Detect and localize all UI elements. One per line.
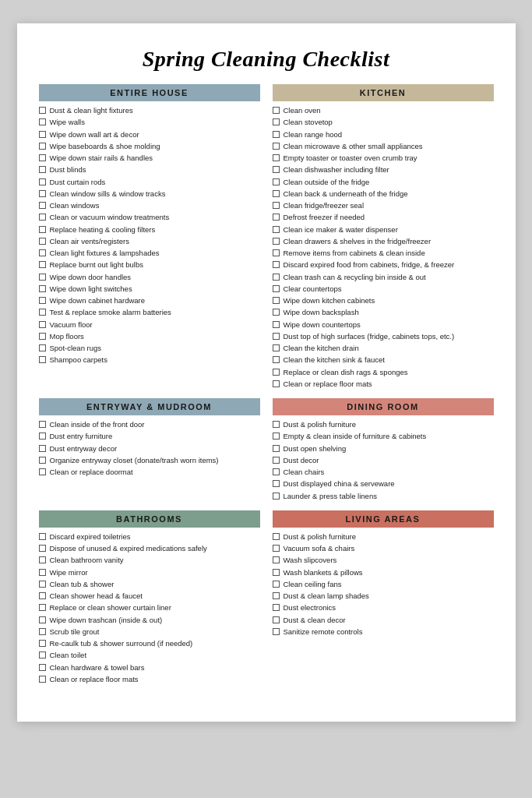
checkbox[interactable] <box>273 545 280 552</box>
checkbox[interactable] <box>39 356 46 363</box>
checkbox[interactable] <box>273 356 280 363</box>
checkbox[interactable] <box>39 333 46 340</box>
checkbox[interactable] <box>39 178 46 185</box>
checkbox[interactable] <box>273 592 280 599</box>
checkbox[interactable] <box>273 154 280 161</box>
checkbox[interactable] <box>39 616 46 623</box>
checkbox[interactable] <box>273 166 280 173</box>
checkbox[interactable] <box>39 556 46 563</box>
checkbox[interactable] <box>39 297 46 304</box>
checkbox[interactable] <box>273 321 280 328</box>
checkbox[interactable] <box>39 445 46 452</box>
checkbox[interactable] <box>273 628 280 635</box>
checkbox[interactable] <box>273 533 280 540</box>
checkbox[interactable] <box>39 166 46 173</box>
checkbox[interactable] <box>273 297 280 304</box>
checkbox[interactable] <box>273 249 280 256</box>
checkbox[interactable] <box>273 581 280 588</box>
checkbox[interactable] <box>39 344 46 351</box>
list-item: Clean ceiling fans <box>273 579 494 590</box>
checkbox[interactable] <box>39 238 46 245</box>
checkbox[interactable] <box>273 616 280 623</box>
section-dining-room: DINING ROOM Dust & polish furnitureEmpty… <box>273 398 494 503</box>
checkbox[interactable] <box>273 569 280 576</box>
checkbox[interactable] <box>273 143 280 150</box>
checkbox[interactable] <box>39 309 46 316</box>
checkbox[interactable] <box>39 285 46 292</box>
checkbox[interactable] <box>39 664 46 671</box>
checkbox[interactable] <box>273 433 280 440</box>
item-label: Wipe down kitchen cabinets <box>284 295 375 306</box>
item-label: Replace or clean dish rags & sponges <box>284 367 408 378</box>
item-label: Clean or replace doormat <box>50 467 133 478</box>
checkbox[interactable] <box>39 190 46 197</box>
checkbox[interactable] <box>273 480 280 487</box>
checkbox[interactable] <box>273 309 280 316</box>
checkbox[interactable] <box>273 468 280 475</box>
checkbox[interactable] <box>39 249 46 256</box>
checkbox[interactable] <box>273 178 280 185</box>
checkbox[interactable] <box>273 493 280 500</box>
checkbox[interactable] <box>39 274 46 281</box>
checkbox[interactable] <box>39 421 46 428</box>
checkbox[interactable] <box>39 214 46 221</box>
item-label: Sanitize remote controls <box>284 627 363 637</box>
item-label: Clean trash can & recycling bin inside &… <box>284 272 426 283</box>
checkbox[interactable] <box>273 369 280 376</box>
checkbox[interactable] <box>39 107 46 114</box>
checkbox[interactable] <box>273 333 280 340</box>
checkbox[interactable] <box>39 261 46 268</box>
item-label: Re-caulk tub & shower surround (if neede… <box>50 638 193 649</box>
checkbox[interactable] <box>273 421 280 428</box>
list-item: Clean drawers & shelves in the fridge/fr… <box>273 236 494 247</box>
checkbox[interactable] <box>39 676 46 683</box>
checkbox[interactable] <box>39 118 46 125</box>
list-item: Wash slipcovers <box>273 555 494 566</box>
checkbox[interactable] <box>39 604 46 611</box>
item-label: Clean bathroom vanity <box>50 555 124 566</box>
checkbox[interactable] <box>273 118 280 125</box>
section-header-dining-room: DINING ROOM <box>273 398 494 415</box>
checkbox[interactable] <box>273 380 280 387</box>
checkbox[interactable] <box>39 545 46 552</box>
checkbox[interactable] <box>39 581 46 588</box>
checkbox[interactable] <box>273 274 280 281</box>
checkbox[interactable] <box>273 214 280 221</box>
item-label: Dust & clean lamp shades <box>284 591 369 602</box>
checkbox[interactable] <box>273 131 280 138</box>
checkbox[interactable] <box>39 628 46 635</box>
checkbox[interactable] <box>273 238 280 245</box>
checkbox[interactable] <box>39 533 46 540</box>
list-item: Clean trash can & recycling bin inside &… <box>273 272 494 283</box>
list-item: Replace burnt out light bulbs <box>39 260 260 270</box>
checkbox[interactable] <box>39 457 46 464</box>
checkbox[interactable] <box>273 107 280 114</box>
checkbox[interactable] <box>39 154 46 161</box>
item-label: Wipe down light switches <box>50 284 132 295</box>
checkbox[interactable] <box>273 457 280 464</box>
checkbox[interactable] <box>39 143 46 150</box>
checkbox[interactable] <box>39 592 46 599</box>
checkbox[interactable] <box>39 321 46 328</box>
checkbox[interactable] <box>39 131 46 138</box>
checkbox[interactable] <box>39 202 46 209</box>
checkbox[interactable] <box>273 556 280 563</box>
checkbox[interactable] <box>39 640 46 647</box>
checkbox[interactable] <box>39 433 46 440</box>
checkbox[interactable] <box>39 468 46 475</box>
checkbox[interactable] <box>273 285 280 292</box>
item-label: Clean the kitchen drain <box>284 343 359 354</box>
checkbox[interactable] <box>273 445 280 452</box>
checkbox[interactable] <box>39 226 46 233</box>
checkbox[interactable] <box>273 226 280 233</box>
checkbox[interactable] <box>273 202 280 209</box>
checkbox[interactable] <box>39 651 46 659</box>
checkbox[interactable] <box>273 190 280 197</box>
checkbox[interactable] <box>39 569 46 576</box>
list-item: Wipe down door handles <box>39 272 260 283</box>
checkbox[interactable] <box>273 344 280 351</box>
item-label: Replace burnt out light bulbs <box>50 260 143 270</box>
list-item: Clean window sills & window tracks <box>39 189 260 200</box>
checkbox[interactable] <box>273 261 280 268</box>
checkbox[interactable] <box>273 604 280 611</box>
